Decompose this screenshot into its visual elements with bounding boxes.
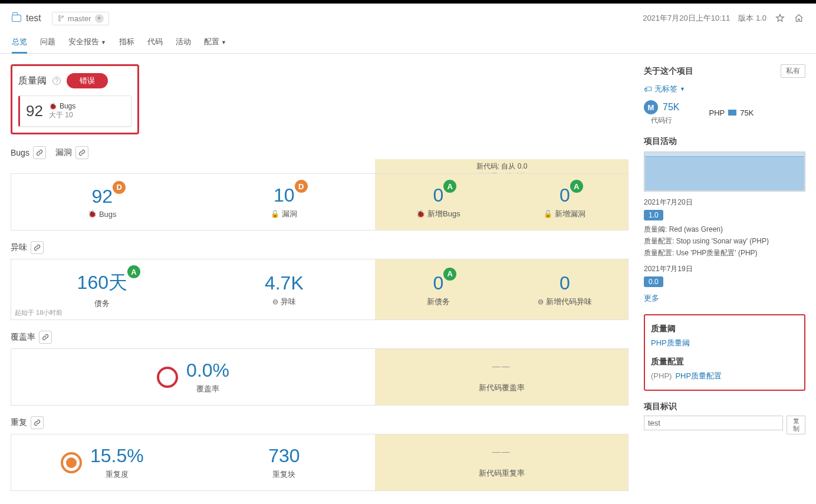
bugs-value[interactable]: 92D <box>91 186 113 207</box>
project-header: test master + 2021年7月20日上午10:11 版本 1.0 <box>0 4 816 32</box>
tab-measures[interactable]: 指标 <box>119 32 134 53</box>
profiles-highlight: 质量阈 PHP质量阈 质量配置 (PHP)PHP质量配置 <box>644 314 805 391</box>
vuln-rating[interactable]: D <box>295 180 308 193</box>
new-smells-value[interactable]: 0 <box>560 272 570 294</box>
tab-activity[interactable]: 活动 <box>176 32 191 53</box>
tab-overview[interactable]: 总览 <box>12 32 27 53</box>
quality-gate-title: 质量阈 <box>18 75 47 87</box>
debt-rating[interactable]: A <box>127 265 140 278</box>
new-bugs-rating[interactable]: A <box>443 180 456 193</box>
quality-gate-status: 错误 <box>67 73 108 88</box>
home-icon[interactable] <box>794 13 804 24</box>
more-link[interactable]: 更多 <box>644 293 659 304</box>
link-icon[interactable] <box>31 241 44 254</box>
link-icon[interactable] <box>75 146 88 159</box>
bugs-rating[interactable]: D <box>113 181 126 194</box>
star-icon[interactable] <box>775 13 785 24</box>
quality-gate-panel: 质量阈 ? 错误 92 🐞Bugs 大于 10 <box>11 64 139 134</box>
link-icon[interactable] <box>39 331 52 344</box>
coverage-value[interactable]: 0.0% <box>186 360 229 381</box>
tab-security[interactable]: 安全报告▼ <box>68 32 106 53</box>
new-debt-rating[interactable]: A <box>443 268 456 281</box>
project-key-title: 项目标识 <box>644 401 805 412</box>
add-icon[interactable]: + <box>95 14 104 23</box>
version-badge[interactable]: 1.0 <box>644 210 663 220</box>
new-vuln-rating[interactable]: A <box>570 180 583 193</box>
tab-code[interactable]: 代码 <box>147 32 163 53</box>
coverage-chart <box>157 367 178 388</box>
project-key-input[interactable] <box>644 416 783 430</box>
copy-button[interactable]: 复制 <box>787 416 805 434</box>
quality-profile-link[interactable]: PHP质量配置 <box>675 371 722 380</box>
vuln-domain: 漏洞 <box>55 146 88 159</box>
coverage-panel: 0.0%覆盖率 —— 新代码覆盖率 <box>11 348 629 406</box>
tab-issues[interactable]: 问题 <box>40 32 55 53</box>
quality-gate-link[interactable]: PHP质量阈 <box>651 338 798 348</box>
dup-value[interactable]: 15.5% <box>90 445 144 467</box>
folder-icon <box>12 15 21 22</box>
lock-open-icon: 🔓 <box>271 210 279 218</box>
branch-icon <box>57 14 64 22</box>
link-icon[interactable] <box>33 146 46 159</box>
smells-panel: 160天A债务 4.7K⊖异味 0A新债务 0⊖新增代码异味 起始于 18小时前 <box>11 259 629 320</box>
project-name[interactable]: test <box>12 13 41 24</box>
dup-domain: 重复 <box>11 416 44 429</box>
loc-value[interactable]: 75K <box>663 102 679 113</box>
bug-icon: 🐞 <box>49 103 57 110</box>
branch-selector[interactable]: master + <box>52 12 109 25</box>
debt-value[interactable]: 160天A <box>77 270 127 296</box>
about-title: 关于这个项目 <box>644 66 693 77</box>
dup-panel: 15.5%重复度 730重复块 —— 新代码重复率 <box>11 434 629 491</box>
size-badge: M <box>644 100 658 114</box>
version-badge[interactable]: 0.0 <box>644 276 663 287</box>
nav-tabs: 总览 问题 安全报告▼ 指标 代码 活动 配置▼ <box>0 32 816 54</box>
tab-config[interactable]: 配置▼ <box>204 32 226 53</box>
smells-value[interactable]: 4.7K <box>265 272 304 294</box>
new-coverage-placeholder: —— <box>381 361 622 371</box>
debt-footnote: 起始于 18小时前 <box>15 308 62 317</box>
new-debt-value[interactable]: 0A <box>433 272 443 294</box>
new-vuln-value[interactable]: 0A <box>560 185 570 206</box>
smell-icon: ⊖ <box>538 298 544 306</box>
coverage-domain: 覆盖率 <box>11 331 52 344</box>
dup-chart <box>61 452 82 473</box>
tags-link[interactable]: 🏷 无标签 ▼ <box>644 84 805 94</box>
new-bugs-value[interactable]: 0A <box>433 185 443 206</box>
activity-chart[interactable] <box>644 151 805 192</box>
help-icon[interactable]: ? <box>52 77 61 85</box>
smells-domain: 异味 <box>11 241 44 254</box>
version-label: 版本 1.0 <box>738 13 766 24</box>
bugs-domain: Bugs <box>11 146 46 159</box>
dup-blocks-value[interactable]: 730 <box>268 445 300 467</box>
vuln-value[interactable]: 10D <box>274 185 295 206</box>
private-button[interactable]: 私有 <box>781 64 805 78</box>
smell-icon: ⊖ <box>272 298 278 306</box>
chevron-down-icon: ▼ <box>680 86 685 92</box>
bugs-panel: 92D🐞Bugs 10D🔓漏洞 0A🐞新增Bugs 0A🔓新增漏洞 <box>11 173 629 230</box>
bug-icon: 🐞 <box>416 210 425 218</box>
bug-icon: 🐞 <box>88 210 97 218</box>
lang-dist: PHP75K <box>709 108 754 117</box>
link-icon[interactable] <box>31 416 44 429</box>
new-dup-placeholder: —— <box>381 447 622 456</box>
tag-icon: 🏷 <box>644 84 652 94</box>
quality-gate-condition[interactable]: 92 🐞Bugs 大于 10 <box>18 95 131 127</box>
analysis-timestamp: 2021年7月20日上午10:11 <box>643 13 730 24</box>
lock-open-icon: 🔓 <box>544 210 552 218</box>
activity-title: 项目活动 <box>644 136 805 147</box>
